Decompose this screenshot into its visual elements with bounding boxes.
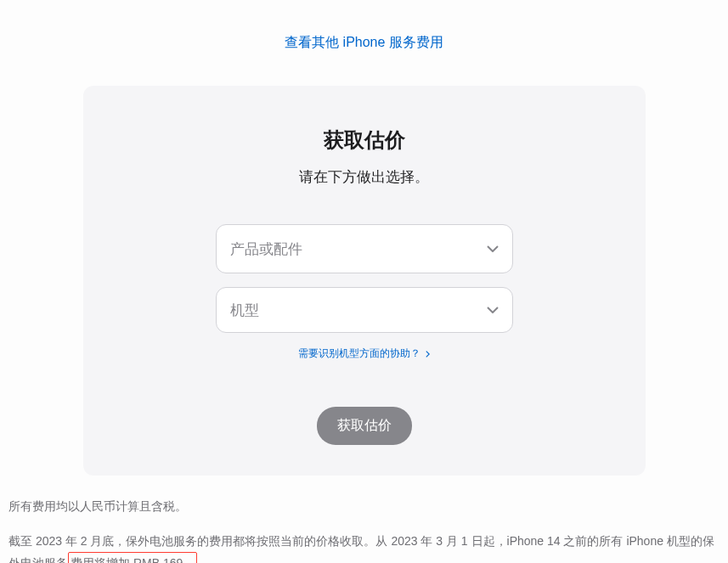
estimate-card: 获取估价 请在下方做出选择。 产品或配件 机型 需要识别机型方面的协助？ 获取估…	[83, 86, 646, 476]
chevron-down-icon	[487, 245, 499, 252]
card-title: 获取估价	[117, 127, 612, 154]
footer-price-change-note: 截至 2023 年 2 月底，保外电池服务的费用都将按照当前的价格收取。从 20…	[8, 531, 720, 563]
footer-tax-note: 所有费用均以人民币计算且含税。	[8, 496, 720, 517]
chevron-down-icon	[487, 307, 499, 313]
get-estimate-button[interactable]: 获取估价	[317, 407, 412, 445]
footer-notes: 所有费用均以人民币计算且含税。 截至 2023 年 2 月底，保外电池服务的费用…	[0, 476, 728, 563]
card-subtitle: 请在下方做出选择。	[117, 167, 612, 187]
product-select[interactable]: 产品或配件	[216, 224, 513, 273]
model-select-placeholder: 机型	[230, 301, 259, 320]
identify-model-help-link[interactable]: 需要识别机型方面的协助？	[117, 346, 612, 361]
price-increase-highlight: 费用将增加 RMB 169。	[68, 552, 197, 563]
view-other-services-link[interactable]: 查看其他 iPhone 服务费用	[0, 34, 728, 52]
help-link-text: 需要识别机型方面的协助？	[298, 347, 420, 359]
chevron-right-icon	[426, 347, 430, 359]
model-select[interactable]: 机型	[216, 287, 513, 333]
product-select-placeholder: 产品或配件	[230, 239, 302, 259]
